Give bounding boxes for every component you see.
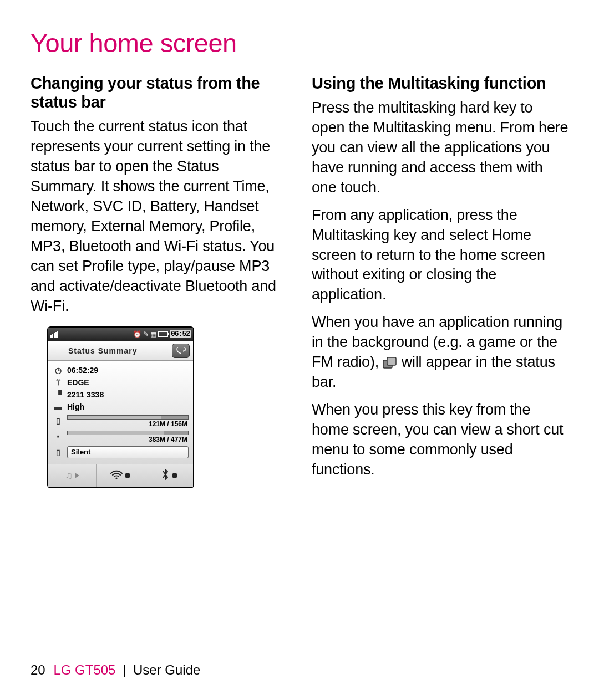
phone-title: Status Summary xyxy=(68,346,137,355)
phone-status-bar: ⏰ ✎ ▦ 06:52 xyxy=(48,328,193,341)
section-heading-status-bar: Changing your status from the status bar xyxy=(31,74,287,111)
phone-titlebar: Status Summary xyxy=(48,341,193,361)
memory-external-label: 383M / 477M xyxy=(67,436,189,443)
section-body-status-bar: Touch the current status icon that repre… xyxy=(31,117,287,316)
wifi-status-dot xyxy=(125,473,130,478)
back-button[interactable] xyxy=(172,344,190,358)
wifi-toggle[interactable] xyxy=(97,464,145,487)
footer-separator: | xyxy=(123,662,126,677)
phone-body: ◷ 06:52:29 ⍡ EDGE ▝ 2211 3338 ▬ High xyxy=(48,361,193,464)
right-column: Using the Multitasking function Press th… xyxy=(312,74,568,488)
row-memory-internal: ▯ 121M / 156M xyxy=(50,413,189,428)
section-heading-multitasking: Using the Multitasking function xyxy=(312,74,568,93)
back-arrow-icon xyxy=(176,347,186,355)
bluetooth-icon xyxy=(161,468,170,483)
clock-icon: ◷ xyxy=(54,366,63,375)
device-model: LG GT505 xyxy=(53,662,115,677)
svg-point-0 xyxy=(116,477,118,479)
phone-bottom-bar: ♫ xyxy=(48,464,193,487)
row-memory-external: ▪ 383M / 477M xyxy=(50,428,189,444)
antenna-icon: ⍡ xyxy=(54,378,63,387)
page-footer: 20 LG GT505 | User Guide xyxy=(31,662,200,678)
multitasking-p4: When you press this key from the home sc… xyxy=(312,400,568,480)
profile-value: Silent xyxy=(71,448,90,456)
row-battery: ▬ High xyxy=(50,401,189,413)
row-time: ◷ 06:52:29 xyxy=(50,364,189,376)
row-svc-id-value: 2211 3338 xyxy=(67,390,104,399)
signal-icon xyxy=(50,331,58,338)
play-icon xyxy=(75,473,79,478)
row-battery-value: High xyxy=(67,402,84,411)
phone-screenshot: ⏰ ✎ ▦ 06:52 Status Summary xyxy=(47,326,194,488)
multitasking-p2: From any application, press the Multitas… xyxy=(312,206,568,305)
memory-external-bar xyxy=(67,431,189,435)
vibrate-icon: ▦ xyxy=(150,330,156,338)
bluetooth-toggle[interactable] xyxy=(145,464,193,487)
left-column: Changing your status from the status bar… xyxy=(31,74,287,488)
multitasking-p3: When you have an application running in … xyxy=(312,313,568,392)
battery-icon xyxy=(158,331,168,337)
svg-rect-2 xyxy=(387,357,396,365)
guide-label: User Guide xyxy=(133,662,200,677)
bluetooth-status-dot xyxy=(172,473,177,478)
page-number: 20 xyxy=(31,662,45,677)
phone-screenshot-wrap: ⏰ ✎ ▦ 06:52 Status Summary xyxy=(47,326,287,488)
wifi-icon xyxy=(110,469,123,482)
row-profile: ▯ Silent xyxy=(50,444,189,461)
memory-internal-label: 121M / 156M xyxy=(67,420,189,428)
multitasking-p1: Press the multitasking hard key to open … xyxy=(312,98,568,198)
multitask-icon xyxy=(383,357,397,369)
page-title: Your home screen xyxy=(31,28,568,58)
content-columns: Changing your status from the status bar… xyxy=(31,74,568,488)
edge-icon: ✎ xyxy=(143,330,149,338)
row-time-value: 06:52:29 xyxy=(67,366,98,375)
memory-internal-bar xyxy=(67,415,189,420)
row-network-value: EDGE xyxy=(67,378,89,387)
signal-strength-icon: ▝ xyxy=(54,390,63,399)
profile-field[interactable]: Silent xyxy=(67,446,189,458)
status-bar-clock: 06:52 xyxy=(170,330,191,338)
music-note-icon: ♫ xyxy=(65,470,73,482)
row-network: ⍡ EDGE xyxy=(50,376,189,389)
mp3-toggle[interactable]: ♫ xyxy=(48,464,97,487)
sd-card-icon: ▪ xyxy=(54,432,63,441)
row-svc-id: ▝ 2211 3338 xyxy=(50,389,189,401)
phone-memory-icon: ▯ xyxy=(54,416,63,425)
alarm-icon: ⏰ xyxy=(133,330,141,338)
battery-small-icon: ▬ xyxy=(54,402,63,411)
profile-icon: ▯ xyxy=(54,448,63,457)
